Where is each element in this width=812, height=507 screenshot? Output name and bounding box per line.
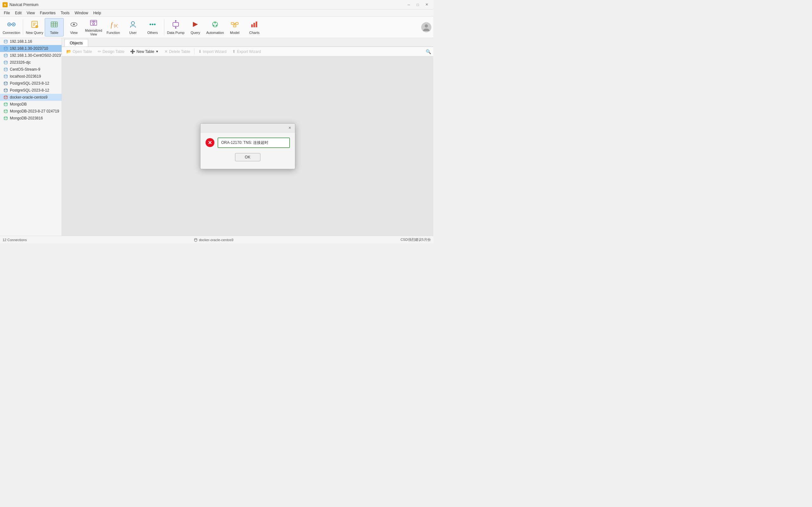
toolbar-model[interactable]: Model (225, 18, 244, 37)
error-icon: ✕ (206, 138, 214, 147)
design-table-button[interactable]: ✏ Design Table (95, 48, 127, 55)
minimize-button[interactable]: ─ (405, 1, 413, 8)
model-label: Model (230, 31, 240, 35)
svg-marker-33 (193, 22, 198, 27)
db-icon-11 (3, 109, 8, 114)
sidebar-item-conn6[interactable]: localhost-2023619 (0, 73, 61, 80)
user-avatar[interactable] (421, 22, 432, 32)
db-icon-5 (3, 67, 8, 72)
new-table-button[interactable]: ➕ New Table ▼ (128, 48, 161, 55)
svg-point-51 (4, 68, 7, 69)
function-icon: f (x) (108, 19, 118, 30)
sidebar-item-conn11[interactable]: MongoDB-2023-8-27 024719 (0, 108, 61, 115)
toolbar-charts[interactable]: Charts (245, 18, 264, 37)
menu-tools[interactable]: Tools (58, 9, 72, 16)
status-db-icon (194, 238, 198, 242)
query-label: Query (191, 31, 200, 35)
toolbar-table[interactable]: Table (45, 18, 64, 37)
delete-table-button[interactable]: ✕ Delete Table (162, 48, 193, 55)
menu-favorites[interactable]: Favorites (38, 9, 58, 16)
svg-rect-40 (234, 25, 236, 27)
svg-rect-39 (236, 22, 238, 24)
sidebar-item-conn4[interactable]: 2023326-djc (0, 59, 61, 66)
svg-point-48 (4, 47, 7, 48)
import-wizard-button[interactable]: ⬇ Import Wizard (196, 48, 229, 55)
svg-point-37 (213, 25, 214, 26)
action-bar: 📂 Open Table ✏ Design Table ➕ New Table … (62, 47, 433, 56)
others-icon (148, 19, 158, 30)
sidebar-item-conn2[interactable]: 192.168.1.30-2023710 (0, 45, 61, 52)
toolbar-query[interactable]: Query (186, 18, 205, 37)
export-wizard-button[interactable]: ⬆ Export Wizard (230, 48, 263, 55)
svg-point-17 (73, 23, 75, 25)
toolbar-materialized-view[interactable]: Materialized View (84, 18, 103, 37)
db-icon-8 (3, 88, 8, 93)
toolbar-new-query[interactable]: + New Query (25, 18, 44, 37)
svg-point-27 (154, 23, 156, 25)
sidebar-item-conn7[interactable]: PostgreSQL-2023-8-12 (0, 80, 61, 87)
svg-text:+: + (36, 26, 38, 28)
sidebar-item-conn1[interactable]: 192.168.1.16 (0, 38, 61, 45)
svg-point-54 (4, 89, 7, 90)
svg-text:(x): (x) (114, 23, 118, 28)
mat-view-label: Materialized View (84, 29, 103, 37)
db-icon-12 (3, 116, 8, 121)
automation-icon (210, 19, 220, 30)
design-table-icon: ✏ (98, 49, 101, 54)
toolbar-function[interactable]: f (x) Function (104, 18, 123, 37)
svg-point-55 (4, 96, 7, 97)
svg-point-47 (4, 40, 7, 41)
svg-rect-44 (253, 23, 255, 27)
menu-help[interactable]: Help (91, 9, 104, 16)
charts-label: Charts (249, 31, 259, 35)
menu-file[interactable]: File (1, 9, 12, 16)
table-label: Table (50, 31, 58, 35)
toolbar-view[interactable]: View (64, 18, 84, 37)
svg-point-59 (194, 238, 197, 239)
svg-point-52 (4, 75, 7, 76)
svg-point-57 (4, 110, 7, 111)
dialog-ok-button[interactable]: OK (235, 153, 260, 161)
others-label: Others (147, 31, 158, 35)
user-icon (128, 19, 138, 30)
svg-point-50 (4, 61, 7, 62)
toolbar-automation[interactable]: Automation (206, 18, 224, 37)
status-bar: 12 Connections docker-oracle-centos9 CSD… (0, 236, 433, 243)
menu-view[interactable]: View (24, 9, 38, 16)
sidebar-item-conn9[interactable]: docker-oracle-centos9 (0, 94, 61, 101)
sidebar-item-conn12[interactable]: MongoDB-2023816 (0, 115, 61, 122)
sidebar-item-conn8[interactable]: PostgreSQL-2023-8-12 (0, 87, 61, 94)
toolbar-connection[interactable]: Connection (2, 18, 21, 37)
model-icon (230, 19, 240, 30)
sidebar-item-conn10[interactable]: MongoDB (0, 101, 61, 108)
db-icon-4 (3, 60, 8, 65)
menu-window[interactable]: Window (72, 9, 91, 16)
table-icon (49, 19, 59, 30)
sidebar-item-conn5[interactable]: CentOS-Stream-9 (0, 66, 61, 73)
toolbar-data-pump[interactable]: Data Pump (166, 18, 185, 37)
dialog-buttons: OK (206, 153, 290, 164)
db-icon-3 (3, 53, 8, 58)
sidebar-item-conn3[interactable]: 192.168.1.30-CentOS02-2023720... (0, 52, 61, 59)
svg-point-53 (4, 82, 7, 83)
status-connection-count: 12 Connections (3, 238, 27, 242)
close-button[interactable]: ✕ (422, 1, 431, 8)
svg-point-26 (152, 23, 154, 25)
content-area: Objects 📂 Open Table ✏ Design Table ➕ Ne… (62, 38, 433, 236)
dialog-title-bar: × (200, 124, 295, 132)
toolbar-user[interactable]: User (123, 18, 142, 37)
menu-bar: File Edit View Favorites Tools Window He… (0, 9, 433, 16)
dialog-close-button[interactable]: × (287, 124, 293, 131)
data-pump-label: Data Pump (167, 31, 184, 35)
tab-bar: Objects (62, 38, 433, 47)
tab-objects[interactable]: Objects (64, 39, 88, 47)
open-table-button[interactable]: 📂 Open Table (64, 48, 95, 55)
svg-point-25 (150, 23, 151, 25)
svg-rect-11 (51, 22, 57, 27)
toolbar-others[interactable]: Others (143, 18, 162, 37)
menu-edit[interactable]: Edit (12, 9, 24, 16)
delete-table-icon: ✕ (164, 49, 168, 54)
db-icon-10 (3, 102, 8, 107)
maximize-button[interactable]: □ (414, 1, 422, 8)
search-button[interactable]: 🔍 (425, 49, 432, 55)
